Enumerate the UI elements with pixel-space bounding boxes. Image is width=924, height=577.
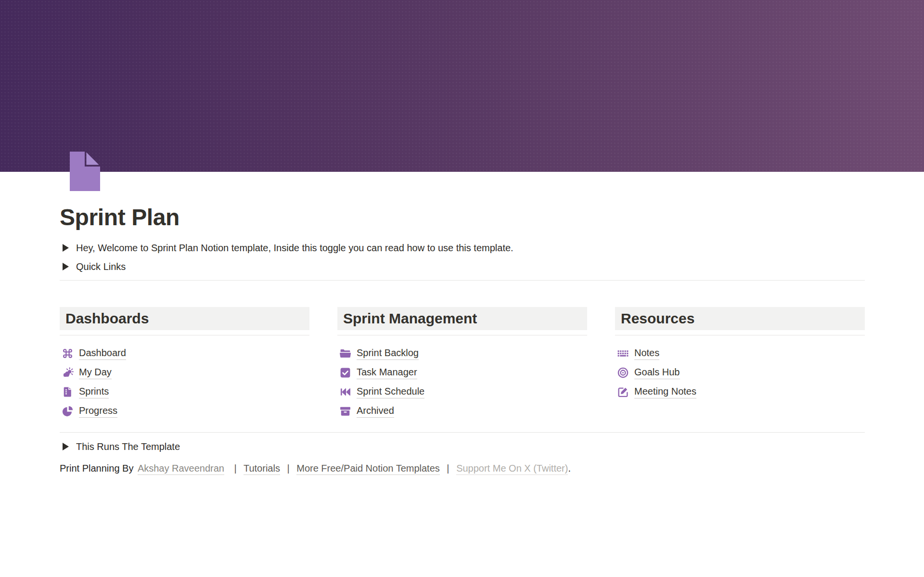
templates-link[interactable]: More Free/Paid Notion Templates (296, 463, 440, 475)
toggle-triangle-icon[interactable] (60, 241, 71, 255)
page-body: Sprint Plan Hey, Welcome to Sprint Plan … (60, 204, 865, 477)
page-link-meeting-notes[interactable]: Meeting Notes (615, 382, 865, 401)
page-link-sprints[interactable]: Sprints (60, 382, 309, 401)
divider (60, 432, 865, 433)
toggle-triangle-icon[interactable] (60, 260, 71, 273)
runs-template-toggle[interactable]: This Runs The Template (60, 437, 865, 456)
page-link-dashboard[interactable]: Dashboard (60, 344, 309, 363)
dashboards-heading: Dashboards (60, 307, 309, 330)
page-cover-gradient (0, 0, 924, 172)
page-link-my-day[interactable]: My Day (60, 363, 309, 382)
page-link-label: Archived (357, 405, 394, 418)
separator: | (234, 463, 237, 474)
quick-links-toggle[interactable]: Quick Links (60, 257, 865, 276)
column-dashboards: Dashboards Dashboard (60, 307, 309, 421)
folder-icon (339, 347, 351, 359)
page-link-label: Notes (634, 347, 659, 360)
archive-box-icon (339, 405, 351, 417)
page-link-label: Task Manager (357, 366, 417, 379)
column-resources: Resources Notes (615, 307, 865, 421)
target-icon (617, 367, 629, 379)
keyboard-icon (617, 347, 629, 359)
divider (615, 335, 865, 335)
document-icon (62, 386, 74, 398)
page-link-sprint-schedule[interactable]: Sprint Schedule (337, 382, 587, 401)
page-link-notes[interactable]: Notes (615, 344, 865, 363)
page-title: Sprint Plan (60, 204, 865, 231)
page-link-label: Sprint Backlog (357, 347, 419, 360)
divider (337, 335, 587, 335)
toggle-triangle-icon[interactable] (60, 440, 71, 453)
pie-chart-icon (62, 405, 74, 417)
credits-line: Print Planning By Akshay Raveendran | Tu… (60, 462, 865, 477)
columns-layout: Dashboards Dashboard (60, 307, 865, 421)
page-link-task-manager[interactable]: Task Manager (337, 363, 587, 382)
page-link-label: Sprint Schedule (357, 385, 424, 398)
page-link-goals-hub[interactable]: Goals Hub (615, 363, 865, 382)
credits-suffix: . (568, 463, 571, 474)
page-link-label: Sprints (79, 385, 109, 398)
rewind-icon (339, 386, 351, 398)
separator: | (447, 463, 449, 474)
sprint-management-heading: Sprint Management (337, 307, 587, 330)
page-link-label: My Day (79, 366, 112, 379)
page-link-label: Dashboard (79, 347, 126, 360)
author-link[interactable]: Akshay Raveendran (138, 463, 224, 475)
checkbox-icon (339, 367, 351, 379)
welcome-toggle[interactable]: Hey, Welcome to Sprint Plan Notion templ… (60, 239, 865, 257)
support-link[interactable]: Support Me On X (Twitter) (456, 463, 568, 475)
divider (60, 335, 309, 335)
page-link-progress[interactable]: Progress (60, 401, 309, 421)
tutorials-link[interactable]: Tutorials (244, 463, 280, 475)
runs-template-toggle-label: This Runs The Template (76, 440, 180, 453)
resources-heading: Resources (615, 307, 865, 330)
sun-behind-cloud-icon (62, 367, 74, 379)
divider (60, 280, 865, 281)
column-sprint-management: Sprint Management Sprint Backlog (337, 307, 587, 421)
page-link-archived[interactable]: Archived (337, 401, 587, 421)
page-link-sprint-backlog[interactable]: Sprint Backlog (337, 344, 587, 363)
page-link-label: Goals Hub (634, 366, 680, 379)
command-icon (62, 347, 74, 359)
welcome-toggle-label: Hey, Welcome to Sprint Plan Notion templ… (76, 241, 513, 255)
page-link-label: Progress (79, 405, 117, 418)
separator: | (287, 463, 289, 474)
edit-icon (617, 386, 629, 398)
page-link-label: Meeting Notes (634, 385, 696, 398)
page-document-icon[interactable] (70, 152, 100, 191)
quick-links-toggle-label: Quick Links (76, 260, 126, 273)
credits-prefix: Print Planning By (60, 463, 133, 474)
